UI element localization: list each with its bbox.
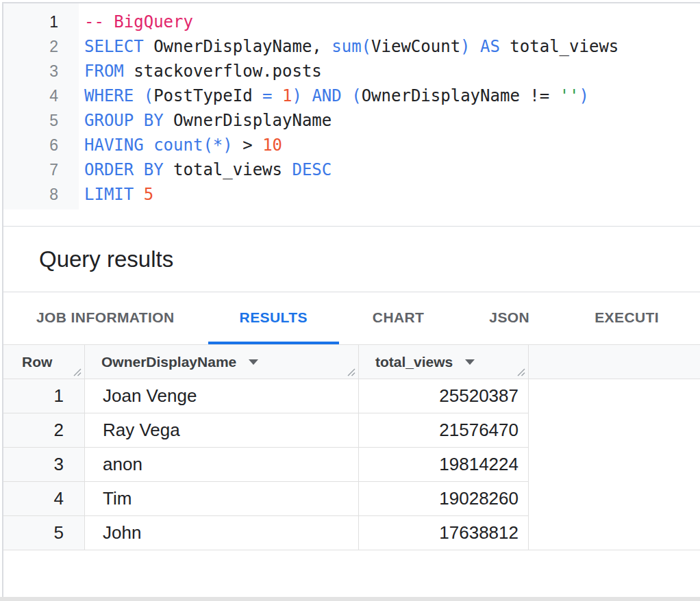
editor-code: -- BigQuerySELECT OwnerDisplayName, sum(… bbox=[79, 3, 618, 207]
sql-token-kw: SELECT bbox=[84, 37, 144, 56]
code-line-8: LIMIT 5 bbox=[84, 182, 618, 207]
code-line-2: SELECT OwnerDisplayName, sum(ViewCount) … bbox=[84, 34, 618, 59]
sql-token-num: 10 bbox=[262, 136, 282, 155]
line-number-2: 2 bbox=[3, 34, 58, 59]
tab-label-job-information: JOB INFORMATION bbox=[36, 309, 175, 326]
sql-token-kw: sum bbox=[332, 37, 361, 56]
row-number-cell: 4 bbox=[3, 482, 85, 516]
query-results-title: Query results bbox=[39, 246, 173, 272]
sql-token-kw: ( bbox=[144, 86, 153, 105]
sql-token-kw: ( bbox=[351, 86, 361, 105]
sql-token-id: total_views bbox=[164, 160, 292, 179]
sql-token-id bbox=[134, 185, 143, 204]
row-number-cell: 3 bbox=[3, 448, 85, 482]
column-header-row: Row bbox=[3, 345, 85, 379]
column-header-total-views[interactable]: total_views bbox=[359, 345, 529, 379]
sql-token-kw: = bbox=[262, 86, 272, 105]
sql-token-id: total_views bbox=[500, 37, 618, 56]
sql-token-kw: GROUP BY bbox=[84, 111, 164, 130]
sql-token-num: 1 bbox=[282, 86, 292, 105]
owner-display-name-cell: anon bbox=[85, 448, 359, 482]
sql-token-id bbox=[273, 86, 282, 105]
sql-token-kw: ORDER BY bbox=[84, 160, 164, 179]
line-number-8: 8 bbox=[3, 182, 58, 207]
sql-token-id bbox=[342, 86, 351, 105]
editor-gutter: 12345678 bbox=[3, 3, 79, 209]
tab-label-executi: EXECUTI bbox=[595, 309, 659, 326]
sql-token-id bbox=[302, 86, 312, 105]
column-header-label: OwnerDisplayName bbox=[101, 354, 236, 370]
sql-token-comment: -- BigQuery bbox=[84, 12, 193, 31]
row-number-cell: 1 bbox=[3, 379, 85, 413]
tab-executi[interactable]: EXECUTI bbox=[563, 293, 690, 344]
sql-editor[interactable]: 12345678 -- BigQuerySELECT OwnerDisplayN… bbox=[3, 3, 700, 227]
code-line-1: -- BigQuery bbox=[84, 10, 618, 34]
sql-token-kw: HAVING bbox=[84, 136, 144, 155]
sql-token-kw: ( bbox=[362, 37, 371, 56]
bigquery-results-panel: 12345678 -- BigQuerySELECT OwnerDisplayN… bbox=[0, 0, 700, 601]
line-number-1: 1 bbox=[3, 10, 58, 34]
sql-token-kw: LIMIT bbox=[84, 185, 134, 204]
column-header-label: total_views bbox=[375, 354, 453, 370]
sql-token-kw: AND bbox=[312, 86, 341, 105]
sql-token-kw: (*) bbox=[203, 136, 232, 155]
code-line-6: HAVING count(*) > 10 bbox=[84, 133, 618, 157]
column-header-label: Row bbox=[22, 354, 52, 370]
tab-label-chart: CHART bbox=[373, 309, 425, 326]
sql-token-id bbox=[471, 37, 480, 56]
column-resize-handle[interactable] bbox=[516, 367, 526, 377]
tab-json[interactable]: JSON bbox=[458, 293, 561, 344]
tab-chart[interactable]: CHART bbox=[341, 293, 456, 344]
sql-token-kw: FROM bbox=[84, 62, 124, 81]
code-line-4: WHERE (PostTypeId = 1) AND (OwnerDisplay… bbox=[84, 84, 618, 108]
query-results-header: Query results bbox=[3, 227, 700, 292]
row-number-cell: 5 bbox=[3, 516, 85, 550]
line-number-5: 5 bbox=[3, 108, 58, 133]
sort-dropdown-icon[interactable] bbox=[465, 359, 475, 365]
row-number-cell: 2 bbox=[3, 413, 85, 448]
owner-display-name-cell: Joan Venge bbox=[85, 379, 359, 413]
line-number-7: 7 bbox=[3, 157, 58, 182]
column-header-filler bbox=[529, 345, 700, 379]
sql-token-id bbox=[144, 136, 153, 155]
sql-token-id: OwnerDisplayName bbox=[164, 111, 332, 130]
total-views-cell: 17638812 bbox=[359, 516, 529, 550]
total-views-cell: 19814224 bbox=[359, 448, 529, 482]
sql-token-kw: WHERE bbox=[84, 86, 134, 105]
tab-label-results: RESULTS bbox=[240, 309, 308, 326]
sql-token-id: OwnerDisplayName != bbox=[362, 86, 560, 105]
sql-token-id: OwnerDisplayName, bbox=[144, 37, 332, 56]
sql-token-str: '' bbox=[560, 86, 579, 105]
total-views-cell: 19028260 bbox=[359, 482, 529, 516]
owner-display-name-cell: John bbox=[85, 516, 359, 550]
line-number-6: 6 bbox=[3, 133, 58, 157]
sql-token-kw: count bbox=[153, 136, 203, 155]
sort-dropdown-icon[interactable] bbox=[249, 359, 258, 365]
sql-token-id: PostTypeId bbox=[153, 86, 262, 105]
bottom-scrollbar-track[interactable] bbox=[0, 597, 700, 601]
tab-label-json: JSON bbox=[489, 309, 529, 326]
results-tabs: JOB INFORMATIONRESULTSCHARTJSONEXECUTI bbox=[3, 293, 700, 344]
total-views-cell: 25520387 bbox=[359, 379, 529, 413]
results-table: RowOwnerDisplayNametotal_views1Joan Veng… bbox=[3, 344, 700, 550]
sql-token-id: > bbox=[233, 136, 262, 155]
sql-token-kw: DESC bbox=[292, 160, 332, 179]
tab-job-information[interactable]: JOB INFORMATION bbox=[5, 293, 206, 344]
sql-token-kw: ) bbox=[460, 37, 470, 56]
column-resize-handle[interactable] bbox=[72, 367, 82, 377]
code-line-7: ORDER BY total_views DESC bbox=[84, 157, 618, 182]
sql-token-kw: AS bbox=[480, 37, 500, 56]
column-header-ownerdisplayname[interactable]: OwnerDisplayName bbox=[85, 345, 359, 379]
sql-token-id bbox=[134, 86, 143, 105]
owner-display-name-cell: Ray Vega bbox=[85, 413, 359, 448]
line-number-3: 3 bbox=[3, 59, 58, 84]
sql-token-num: 5 bbox=[144, 185, 153, 204]
owner-display-name-cell: Tim bbox=[85, 482, 359, 516]
sql-token-kw: ) bbox=[292, 86, 301, 105]
tab-results[interactable]: RESULTS bbox=[208, 293, 339, 344]
total-views-cell: 21576470 bbox=[359, 413, 529, 448]
code-line-3: FROM stackoverflow.posts bbox=[84, 59, 618, 84]
column-resize-handle[interactable] bbox=[346, 367, 356, 377]
sql-token-id: ViewCount bbox=[371, 37, 460, 56]
table-filler-area bbox=[528, 379, 700, 550]
